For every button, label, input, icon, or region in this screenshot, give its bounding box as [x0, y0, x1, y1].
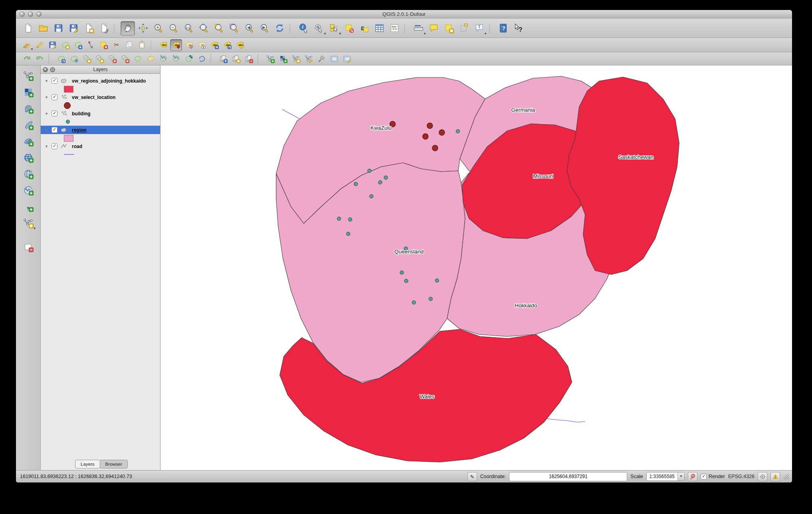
- add-feature-icon[interactable]: [59, 39, 71, 51]
- paste-features-icon[interactable]: [136, 39, 148, 51]
- pan-map-icon[interactable]: [121, 21, 135, 36]
- copy-features-icon[interactable]: [123, 39, 135, 51]
- move-feature-icon[interactable]: [72, 39, 84, 51]
- new-print-composer-icon[interactable]: [81, 21, 96, 36]
- layer-visibility-checkbox[interactable]: ✓: [51, 78, 57, 84]
- add-mssql-layer-icon[interactable]: [21, 134, 36, 148]
- layer-import-icon[interactable]: [217, 53, 229, 65]
- delete-part-icon[interactable]: [119, 53, 131, 65]
- move-label-icon[interactable]: abc: [208, 39, 220, 51]
- select-rectangle-icon[interactable]: ▼: [327, 21, 341, 36]
- undo-icon[interactable]: [21, 53, 33, 65]
- layer-symbology-vw_select_location[interactable]: [41, 101, 160, 109]
- scale-combo[interactable]: 1:33565585 ▼: [646, 472, 685, 481]
- selected-location-point-3[interactable]: [439, 130, 445, 135]
- layer-label[interactable]: region: [72, 127, 87, 133]
- zoom-full-icon[interactable]: [196, 21, 211, 36]
- help-icon[interactable]: ?: [496, 21, 510, 36]
- building-point-14[interactable]: [429, 297, 432, 301]
- selected-location-point-2[interactable]: [427, 123, 433, 128]
- select-features-icon[interactable]: ▼: [311, 21, 326, 36]
- statistics-icon[interactable]: [387, 21, 402, 36]
- building-point-12[interactable]: [404, 279, 408, 283]
- expand-triangle-icon[interactable]: ▼: [45, 128, 49, 132]
- layer-label[interactable]: road: [72, 144, 82, 149]
- map-canvas[interactable]: KwaZuluGermaniaHokkaidoQueenslandMissour…: [160, 65, 792, 470]
- mouse-position-icon[interactable]: ✎: [467, 472, 477, 481]
- composer-manager-icon[interactable]: [97, 21, 111, 36]
- attribute-table-icon[interactable]: [372, 21, 386, 36]
- building-point-9[interactable]: [347, 232, 350, 236]
- render-checkbox[interactable]: ✓: [701, 474, 707, 480]
- new-bookmark-icon[interactable]: [442, 21, 456, 36]
- zoom-out-icon[interactable]: −: [166, 21, 180, 36]
- add-delimited-text-icon[interactable]: ,: [21, 200, 36, 214]
- expand-triangle-icon[interactable]: ▼: [45, 144, 49, 148]
- layer-symbology-road[interactable]: [41, 150, 160, 158]
- delete-ring-icon[interactable]: [106, 53, 118, 65]
- unpin-label-icon[interactable]: ab: [183, 39, 195, 51]
- reshape-features-icon[interactable]: [132, 53, 144, 65]
- panel-tab-browser[interactable]: Browser: [100, 460, 128, 469]
- titlebar[interactable]: QGIS 2.0.1-Dufour: [16, 10, 792, 19]
- node-tool-icon[interactable]: [85, 39, 97, 51]
- deselect-all-icon[interactable]: [342, 21, 356, 36]
- layer-new-icon[interactable]: [230, 53, 242, 65]
- zoom-to-selection-icon[interactable]: [212, 21, 226, 36]
- split-features-icon[interactable]: [157, 53, 169, 65]
- rotate-label-icon[interactable]: abc: [221, 39, 233, 51]
- expand-triangle-icon[interactable]: ▼: [45, 95, 49, 99]
- layer-item-region[interactable]: ▼✓region: [41, 126, 160, 134]
- building-point-3[interactable]: [384, 176, 388, 180]
- vector-new-icon[interactable]: [290, 53, 302, 65]
- building-point-5[interactable]: [354, 182, 358, 186]
- add-wfs-layer-icon[interactable]: [21, 183, 36, 198]
- refresh-map-icon[interactable]: [272, 21, 287, 36]
- add-oracle-layer-icon[interactable]: [21, 150, 36, 165]
- panel-detach-icon[interactable]: ❏: [50, 67, 55, 72]
- rotate-point-symbols-icon[interactable]: [196, 53, 208, 65]
- layer-item-vw_select_location[interactable]: ▼✓vw_select_location: [41, 93, 160, 101]
- add-wms-layer-icon[interactable]: [21, 167, 36, 181]
- building-point-6[interactable]: [370, 195, 373, 198]
- current-edits-icon[interactable]: ▼: [21, 39, 33, 51]
- map-tips-icon[interactable]: [426, 21, 441, 36]
- show-hide-labels-icon[interactable]: ab: [196, 39, 208, 51]
- raster-add-icon[interactable]: [277, 53, 289, 65]
- add-spatialite-layer-icon[interactable]: [21, 118, 36, 132]
- layer-symbology-building[interactable]: [41, 118, 160, 126]
- add-postgis-layer-icon[interactable]: [21, 101, 36, 116]
- layer-symbology-region[interactable]: [41, 134, 160, 142]
- offset-curve-icon[interactable]: [145, 53, 156, 65]
- redo-icon[interactable]: [34, 53, 46, 65]
- layer-item-road[interactable]: ▼✓road: [41, 142, 160, 150]
- toggle-editing-icon[interactable]: [34, 39, 46, 51]
- new-shapefile-layer-icon[interactable]: ▼: [21, 216, 36, 230]
- pin-label-icon[interactable]: abc: [170, 39, 182, 51]
- dropdown-arrow-icon[interactable]: ▼: [323, 32, 327, 36]
- remove-annotation-icon[interactable]: [21, 240, 36, 254]
- rotate-feature-icon[interactable]: [55, 53, 67, 65]
- dropdown-arrow-icon[interactable]: ▼: [423, 32, 426, 36]
- building-point-15[interactable]: [412, 301, 416, 304]
- cut-features-icon[interactable]: ✂: [110, 39, 122, 51]
- layer-symbology-vw_regions_adjoining_hokkaido[interactable]: [41, 85, 160, 93]
- labeling-options-icon[interactable]: abc: [157, 39, 169, 51]
- add-part-icon[interactable]: [93, 53, 105, 65]
- show-bookmarks-icon[interactable]: [457, 21, 471, 36]
- zoom-next-icon[interactable]: ▶: [257, 21, 271, 36]
- whats-this-icon[interactable]: ?: [511, 21, 525, 36]
- road-feature-1[interactable]: [282, 109, 300, 119]
- layer-visibility-checkbox[interactable]: ✓: [51, 143, 57, 149]
- save-project-icon[interactable]: [51, 21, 65, 36]
- vector-add-icon[interactable]: [264, 53, 276, 65]
- scale-combo-arrow-icon[interactable]: ▼: [677, 472, 684, 480]
- coordinate-input[interactable]: [509, 472, 627, 481]
- layer-item-building[interactable]: ▼✓building: [41, 109, 160, 118]
- map-region-edit-icon[interactable]: [341, 53, 353, 65]
- building-point-8[interactable]: [349, 218, 352, 221]
- dropdown-arrow-icon[interactable]: ▼: [339, 32, 342, 36]
- layer-visibility-checkbox[interactable]: ✓: [51, 94, 57, 100]
- building-point-2[interactable]: [368, 169, 371, 173]
- resize-grip[interactable]: [783, 474, 789, 479]
